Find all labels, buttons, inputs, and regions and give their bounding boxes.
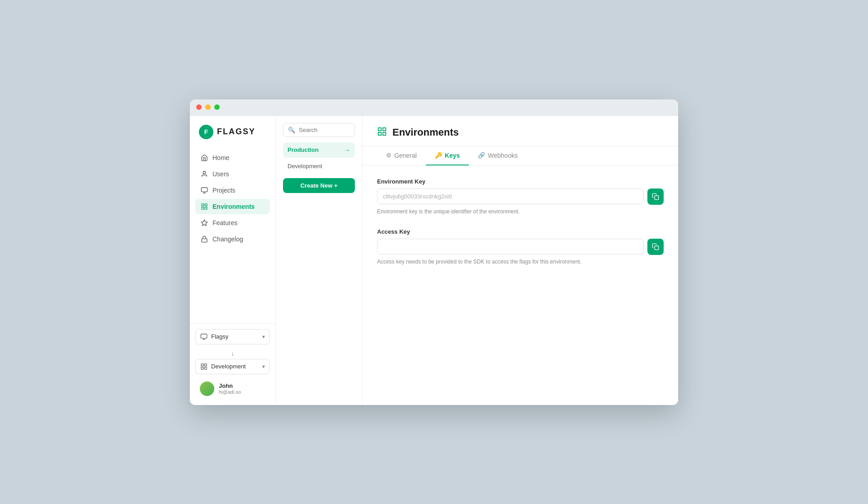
env-key-label: Environment Key [377,178,664,185]
env-arrow-icon: → [344,146,350,154]
env-item-production[interactable]: Production → [283,142,355,158]
tab-general[interactable]: ⚙ General [377,146,426,165]
sidebar-item-home-label: Home [212,154,229,161]
svg-rect-19 [383,132,386,135]
env-item-development[interactable]: Development [283,159,355,174]
user-name: John [219,382,241,389]
keys-tab-icon: 🔑 [435,152,442,159]
sidebar-item-home[interactable]: Home [195,150,270,165]
tab-keys[interactable]: 🔑 Keys [426,146,469,165]
sidebar-item-projects[interactable]: Projects [195,183,270,198]
sidebar-item-users-label: Users [212,170,229,178]
main-content: Environments ⚙ General 🔑 Keys 🔗 Webhooks [363,116,678,405]
sidebar-item-features[interactable]: Features [195,215,270,231]
page-header-icon [377,127,387,139]
project-selector-inner: Flagsy [200,333,228,340]
svg-rect-9 [202,239,207,242]
tab-keys-label: Keys [445,152,460,159]
titlebar [190,99,678,116]
search-box[interactable]: 🔍 [283,123,355,137]
env-key-row [377,188,664,205]
svg-rect-20 [378,132,381,135]
tab-general-label: General [394,152,417,159]
svg-rect-17 [378,127,381,130]
features-icon [201,219,208,226]
chevron-down-icon: ▾ [262,334,265,340]
env-selector-inner: Development [200,363,246,370]
user-info: John hi@adi.so [219,382,241,395]
minimize-dot[interactable] [205,104,211,110]
access-key-group: Access Key Access key needs to be provid… [377,228,664,266]
svg-rect-21 [655,196,659,200]
home-icon [201,154,208,161]
sidebar-item-users[interactable]: Users [195,166,270,182]
page-title: Environments [392,127,459,138]
nav-items: Home Users [190,150,275,323]
svg-rect-15 [204,367,207,369]
svg-rect-18 [383,127,386,130]
avatar [200,382,214,396]
changelog-icon [201,236,208,243]
project-selector[interactable]: Flagsy ▾ [195,329,270,344]
app-body: F FLAGSY Home [190,116,678,405]
env-list-panel: 🔍 Production → Development Create New + [276,116,363,405]
fullscreen-dot[interactable] [214,104,220,110]
logo-icon: F [199,125,213,139]
svg-rect-22 [655,246,659,250]
copy-access-key-button[interactable] [647,239,664,255]
app-window: F FLAGSY Home [190,99,678,405]
svg-rect-16 [201,367,203,369]
project-selector-icon [200,333,208,340]
project-name: Flagsy [211,333,228,340]
tabs: ⚙ General 🔑 Keys 🔗 Webhooks [363,146,678,165]
logo-text: FLAGSY [217,127,255,137]
access-key-input[interactable] [377,239,644,254]
tab-webhooks-label: Webhooks [488,152,518,159]
copy-access-icon [652,243,659,250]
env-item-production-label: Production [288,146,319,153]
user-area[interactable]: John hi@adi.so [195,378,270,400]
keys-tab-content: Environment Key Environment key is the u… [363,165,678,405]
sidebar: F FLAGSY Home [190,116,276,405]
projects-icon [201,187,208,194]
copy-icon [652,193,659,200]
env-key-group: Environment Key Environment key is the u… [377,178,664,216]
users-icon [201,170,208,178]
logo-area: F FLAGSY [190,125,275,150]
env-selector[interactable]: Development ▾ [195,359,270,374]
svg-rect-10 [201,334,207,338]
svg-point-0 [203,171,205,174]
close-dot[interactable] [196,104,202,110]
svg-rect-14 [204,364,207,366]
env-key-input[interactable] [377,188,644,204]
search-icon: 🔍 [288,127,295,133]
env-selector-icon [200,363,208,370]
arrow-down-icon: ↓ [195,348,270,359]
webhooks-tab-icon: 🔗 [478,152,485,159]
svg-rect-13 [201,364,203,366]
search-input[interactable] [299,127,350,133]
env-chevron-down-icon: ▾ [262,363,265,370]
general-tab-icon: ⚙ [386,152,392,159]
sidebar-bottom: Flagsy ▾ ↓ Development [190,323,275,405]
copy-env-key-button[interactable] [647,188,664,205]
sidebar-item-features-label: Features [212,219,237,226]
svg-rect-6 [205,207,207,209]
tab-webhooks[interactable]: 🔗 Webhooks [469,146,527,165]
env-key-desc: Environment key is the unique identifier… [377,207,664,216]
svg-marker-8 [201,220,207,226]
page-header: Environments [363,116,678,146]
sidebar-item-changelog[interactable]: Changelog [195,231,270,247]
svg-rect-5 [205,204,207,206]
user-email: hi@adi.so [219,389,241,395]
create-new-button[interactable]: Create New + [283,178,355,193]
svg-rect-4 [202,204,204,206]
sidebar-item-changelog-label: Changelog [212,236,243,243]
sidebar-item-environments[interactable]: Environments [195,199,270,214]
svg-rect-1 [201,188,207,192]
svg-rect-7 [202,207,204,209]
access-key-label: Access Key [377,228,664,235]
env-item-development-label: Development [288,163,322,170]
env-name: Development [211,363,246,370]
access-key-desc: Access key needs to be provided to the S… [377,258,664,266]
